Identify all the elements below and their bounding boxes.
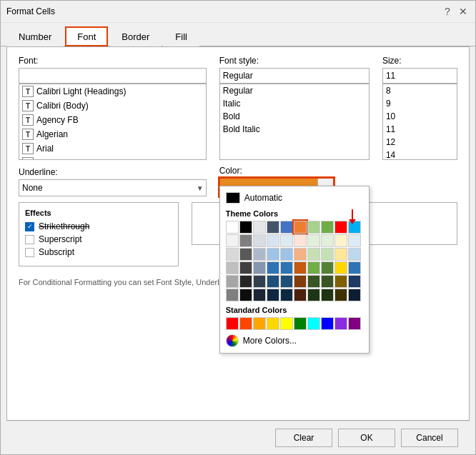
theme-color-cell[interactable] bbox=[294, 261, 307, 274]
theme-color-cell[interactable] bbox=[226, 234, 239, 247]
tab-fill[interactable]: Fill bbox=[163, 26, 199, 46]
style-input[interactable] bbox=[219, 68, 370, 84]
automatic-color-item[interactable]: Automatic bbox=[226, 192, 363, 204]
theme-color-cell[interactable] bbox=[294, 221, 307, 234]
size-input[interactable] bbox=[382, 68, 457, 84]
style-list[interactable]: RegularItalicBoldBold Italic bbox=[220, 84, 369, 159]
tab-number[interactable]: Number bbox=[6, 26, 64, 46]
standard-color-cell[interactable] bbox=[294, 317, 307, 330]
tab-border[interactable]: Border bbox=[109, 26, 162, 46]
size-list-item[interactable]: 8 bbox=[383, 84, 457, 97]
superscript-checkbox[interactable] bbox=[25, 235, 34, 244]
theme-color-cell[interactable] bbox=[239, 261, 252, 274]
theme-color-cell[interactable] bbox=[321, 289, 334, 301]
theme-color-cell[interactable] bbox=[280, 248, 293, 261]
theme-color-cell[interactable] bbox=[267, 275, 279, 288]
subscript-checkbox[interactable] bbox=[25, 248, 34, 257]
theme-color-cell[interactable] bbox=[348, 248, 361, 261]
cancel-button[interactable]: Cancel bbox=[401, 429, 458, 447]
standard-color-cell[interactable] bbox=[307, 317, 320, 330]
style-list-item[interactable]: Bold Italic bbox=[220, 123, 369, 136]
theme-color-cell[interactable] bbox=[280, 261, 293, 274]
theme-color-cell[interactable] bbox=[307, 248, 320, 261]
tab-font[interactable]: Font bbox=[65, 26, 108, 46]
superscript-item[interactable]: Superscript bbox=[25, 234, 172, 244]
theme-color-cell[interactable] bbox=[321, 221, 334, 234]
font-list-item[interactable]: TArial bbox=[19, 141, 206, 156]
standard-color-cell[interactable] bbox=[267, 317, 279, 330]
ok-button[interactable]: OK bbox=[338, 429, 395, 447]
font-list-item[interactable]: TAlgerian bbox=[19, 127, 206, 141]
size-list-item[interactable]: 14 bbox=[383, 149, 457, 159]
theme-color-cell[interactable] bbox=[280, 289, 293, 301]
theme-color-cell[interactable] bbox=[267, 248, 279, 261]
theme-color-cell[interactable] bbox=[226, 221, 239, 234]
style-list-item[interactable]: Italic bbox=[220, 97, 369, 110]
theme-color-cell[interactable] bbox=[253, 289, 266, 301]
font-list-item[interactable]: TCalibri (Body) bbox=[19, 99, 206, 113]
theme-color-cell[interactable] bbox=[348, 275, 361, 288]
style-list-item[interactable]: Regular bbox=[220, 84, 369, 97]
theme-color-cell[interactable] bbox=[307, 275, 320, 288]
standard-color-cell[interactable] bbox=[348, 317, 361, 330]
theme-color-cell[interactable] bbox=[334, 261, 347, 274]
theme-color-cell[interactable] bbox=[294, 234, 307, 247]
size-list-item[interactable]: 11 bbox=[383, 123, 457, 136]
theme-color-cell[interactable] bbox=[239, 248, 252, 261]
standard-color-cell[interactable] bbox=[253, 317, 266, 330]
standard-color-cell[interactable] bbox=[280, 317, 293, 330]
strikethrough-checkbox[interactable] bbox=[25, 222, 34, 231]
theme-color-cell[interactable] bbox=[239, 289, 252, 301]
theme-color-cell[interactable] bbox=[226, 289, 239, 301]
theme-color-cell[interactable] bbox=[253, 275, 266, 288]
theme-color-cell[interactable] bbox=[334, 221, 347, 234]
theme-color-cell[interactable] bbox=[294, 289, 307, 301]
underline-select[interactable]: None Single Double bbox=[19, 179, 207, 196]
strikethrough-item[interactable]: Strikethrough bbox=[25, 221, 172, 231]
theme-color-cell[interactable] bbox=[267, 234, 279, 247]
theme-color-cell[interactable] bbox=[334, 248, 347, 261]
theme-color-cell[interactable] bbox=[348, 234, 361, 247]
theme-color-cell[interactable] bbox=[334, 289, 347, 301]
theme-color-cell[interactable] bbox=[226, 248, 239, 261]
theme-color-cell[interactable] bbox=[321, 261, 334, 274]
theme-color-cell[interactable] bbox=[334, 234, 347, 247]
standard-color-cell[interactable] bbox=[239, 317, 252, 330]
theme-color-cell[interactable] bbox=[239, 234, 252, 247]
size-list-item[interactable]: 9 bbox=[383, 97, 457, 110]
standard-color-cell[interactable] bbox=[334, 317, 347, 330]
style-list-item[interactable]: Bold bbox=[220, 110, 369, 123]
theme-color-cell[interactable] bbox=[239, 221, 252, 234]
theme-color-cell[interactable] bbox=[348, 289, 361, 301]
theme-color-cell[interactable] bbox=[321, 248, 334, 261]
help-button[interactable]: ? bbox=[441, 5, 454, 18]
size-list[interactable]: 8910111214 bbox=[383, 84, 457, 159]
theme-color-cell[interactable] bbox=[294, 275, 307, 288]
theme-color-cell[interactable] bbox=[253, 248, 266, 261]
theme-color-cell[interactable] bbox=[280, 275, 293, 288]
theme-color-cell[interactable] bbox=[267, 221, 279, 234]
close-button[interactable]: ✕ bbox=[457, 5, 470, 18]
standard-color-cell[interactable] bbox=[226, 317, 239, 330]
theme-color-cell[interactable] bbox=[321, 275, 334, 288]
theme-color-cell[interactable] bbox=[239, 275, 252, 288]
theme-color-cell[interactable] bbox=[267, 261, 279, 274]
clear-button[interactable]: Clear bbox=[275, 429, 332, 447]
theme-color-cell[interactable] bbox=[253, 234, 266, 247]
theme-color-cell[interactable] bbox=[334, 275, 347, 288]
theme-color-cell[interactable] bbox=[226, 275, 239, 288]
theme-color-cell[interactable] bbox=[321, 234, 334, 247]
theme-color-cell[interactable] bbox=[253, 261, 266, 274]
theme-color-cell[interactable] bbox=[253, 221, 266, 234]
font-name-input[interactable] bbox=[19, 68, 207, 84]
theme-color-cell[interactable] bbox=[280, 221, 293, 234]
size-list-item[interactable]: 12 bbox=[383, 136, 457, 149]
font-list-item[interactable]: TAgency FB bbox=[19, 113, 206, 127]
font-list-item[interactable]: TArial Black bbox=[19, 156, 206, 159]
font-list-item[interactable]: TCalibri Light (Headings) bbox=[19, 84, 206, 99]
subscript-item[interactable]: Subscript bbox=[25, 247, 172, 257]
theme-color-cell[interactable] bbox=[348, 261, 361, 274]
theme-color-cell[interactable] bbox=[307, 221, 320, 234]
theme-color-cell[interactable] bbox=[307, 234, 320, 247]
theme-color-cell[interactable] bbox=[307, 289, 320, 301]
